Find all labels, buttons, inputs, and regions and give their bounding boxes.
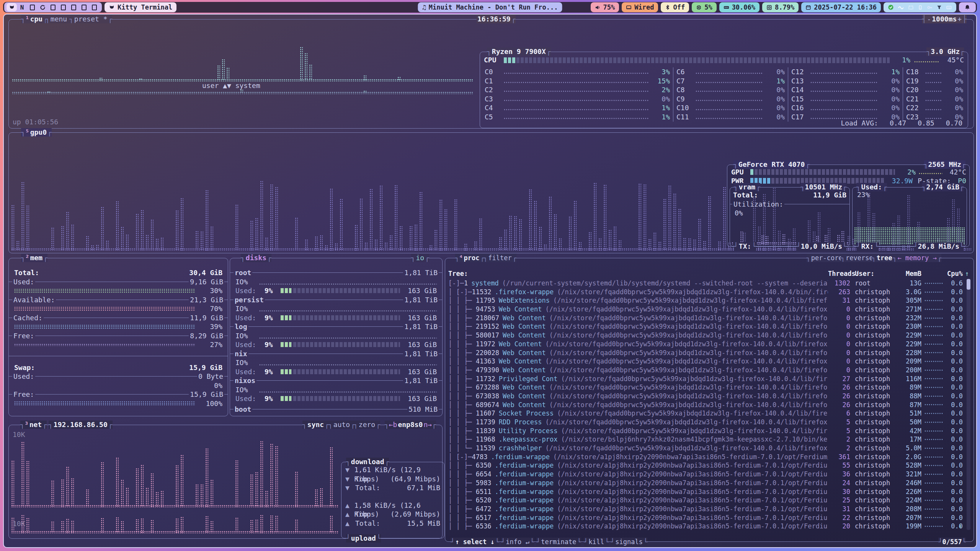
process-row[interactable]: │ │ ├─ 219152Web Content(/nix/store/fqad…: [448, 322, 963, 331]
col-tree[interactable]: Tree:: [448, 270, 828, 277]
net-zero-toggle[interactable]: ┐zero┌: [354, 421, 380, 429]
core-row: C140%: [791, 85, 900, 95]
workspace-icon: [82, 5, 87, 10]
proc-sort-selector[interactable]: ┐← memory →┌: [893, 254, 941, 262]
sort-direction-icon[interactable]: ↑: [965, 270, 969, 277]
disks-io-toggle[interactable]: ┐io┌: [411, 254, 429, 262]
process-row[interactable]: │ │ ├─ 6472.ferdium-wrappe(/nix/store/a1…: [448, 505, 963, 514]
net-auto-toggle[interactable]: ┐auto┌: [328, 421, 355, 429]
phone-icon[interactable]: [918, 5, 923, 10]
cat-icon: [109, 4, 115, 10]
proc-select-control[interactable]: ┘↑ select ↓└: [451, 538, 499, 546]
process-row[interactable]: │ │ ├─ 218067Web Content(/nix/store/fqad…: [448, 314, 963, 323]
col-cpu[interactable]: Cpu%: [944, 270, 963, 277]
workspace-6[interactable]: [58, 3, 69, 11]
memory-module[interactable]: 30.06%: [719, 2, 760, 12]
window-selection-icon[interactable]: [908, 5, 914, 10]
process-row[interactable]: │ [-]─11532.firefox-wrappe(/nix/store/fq…: [448, 288, 963, 297]
music-player[interactable]: ♫ Minuit Machine - Don't Run Fro...: [418, 2, 562, 12]
workspace-8[interactable]: [79, 3, 89, 11]
workspace-9[interactable]: [89, 3, 100, 11]
disk-icon: [766, 5, 772, 10]
process-row[interactable]: [-]─1systemd(/run/current-system/systemd…: [448, 279, 963, 288]
process-row[interactable]: │ │ ├─ 6654.ferdium-wrappe(/nix/store/a1…: [448, 470, 963, 479]
process-row[interactable]: │ │ ├─ 580017Web Content(/nix/store/fqad…: [448, 331, 963, 340]
clock-module[interactable]: 2025-07-22 16:36: [801, 2, 881, 12]
process-row[interactable]: │ [-]─4783.ferdium-wrappe(/nix/store/a1p…: [448, 453, 963, 461]
core-row: C60%: [676, 67, 785, 77]
disk-entry[interactable]: nix1,81 TiB IO% Used:9%163 GiB: [230, 349, 442, 377]
disk-entry[interactable]: log1,81 TiB IO% Used:9%163 GiB: [230, 322, 442, 349]
col-memb[interactable]: MemB: [893, 270, 921, 277]
process-row[interactable]: │ │ ├─ 673288Web Content(/nix/store/fqad…: [448, 383, 963, 392]
cpu-module[interactable]: 5%: [692, 2, 716, 12]
volume-module[interactable]: 75%: [591, 2, 619, 12]
gpu-power-value: 32.9W: [888, 176, 913, 185]
core-row: C41%: [485, 103, 670, 112]
key-icon[interactable]: [927, 5, 933, 10]
process-row[interactable]: │ │ ├─ 689674Web Content(/nix/store/fqad…: [448, 401, 963, 409]
wave-icon[interactable]: [898, 5, 904, 10]
proc-scrollbar[interactable]: [967, 279, 970, 530]
net-next-button[interactable]: n→: [423, 421, 432, 429]
disk-boot-row[interactable]: boot510 MiB: [230, 405, 442, 414]
process-row[interactable]: │ │ ├─ 6536.ferdium-wrappe(/nix/store/a1…: [448, 522, 963, 530]
workspace-switcher[interactable]: N: [4, 2, 102, 12]
process-row[interactable]: │ │ ├─ 220028Web Content(/nix/store/fqad…: [448, 349, 963, 357]
window-title[interactable]: Kitty Terminal: [105, 2, 176, 12]
interval-plus-button[interactable]: +: [957, 15, 962, 23]
notifications-module[interactable]: [959, 2, 976, 12]
proc-filter-button[interactable]: ┐filter┌: [483, 254, 516, 262]
vram-title: ┐vram┌: [734, 183, 760, 191]
process-row[interactable]: │ │ ├─ 6511.ferdium-wrappe(/nix/store/a1…: [448, 487, 963, 496]
net-sync-toggle[interactable]: ┐sync┌: [302, 421, 329, 429]
menu-button[interactable]: ┐menu┌: [46, 15, 72, 23]
workspace-neovim[interactable]: N: [17, 3, 27, 11]
disk-entry[interactable]: root1,81 TiB IO% Used:9%163 GiB: [230, 268, 442, 295]
process-row[interactable]: │ │ ├─ 479390Web Content(/nix/store/fqad…: [448, 366, 963, 375]
disk-entry[interactable]: persist1,81 TiB IO% Used:9%163 GiB: [230, 295, 442, 323]
core-row: C160%: [791, 103, 900, 112]
network-module[interactable]: Wired: [622, 2, 658, 12]
disk-module[interactable]: 8.79%: [762, 2, 799, 12]
process-row[interactable]: │ │ ├─ 11739RDD Process(/nix/store/fqadd…: [448, 418, 963, 427]
process-row[interactable]: │ │ └─ 11539crashhelper(/nix/store/fqadd…: [448, 444, 963, 453]
proc-info-button[interactable]: ┘info ↵└: [501, 538, 534, 546]
process-row[interactable]: │ │ ├─ 11839Utility Process(/nix/store/f…: [448, 427, 963, 435]
preset-button[interactable]: ┐preset *┌: [69, 15, 112, 23]
workspace-browser[interactable]: [38, 3, 48, 11]
workspace-kitty[interactable]: [7, 3, 17, 11]
process-row[interactable]: │ │ ├─ 6520.ferdium-wrappe(/nix/store/a1…: [448, 496, 963, 505]
net-prev-button[interactable]: ←b: [389, 421, 397, 429]
process-row[interactable]: │ │ ├─ 11795WebExtensions(/nix/store/fqa…: [448, 296, 963, 305]
process-row[interactable]: │ │ ├─ 6517.ferdium-wrappe(/nix/store/a1…: [448, 514, 963, 522]
process-row[interactable]: │ │ ├─ 11607Socket Process(/nix/store/fq…: [448, 409, 963, 418]
process-row[interactable]: │ │ ├─ 11972Web Content(/nix/store/fqadd…: [448, 340, 963, 349]
process-row[interactable]: │ │ ├─ 11732Privileged Cont(/nix/store/f…: [448, 375, 963, 383]
filter-funnel-icon[interactable]: [936, 5, 942, 10]
proc-kill-button[interactable]: ┘kill└: [584, 538, 609, 546]
process-row[interactable]: │ │ ├─ 41363Web Content(/nix/store/fqadd…: [448, 357, 963, 366]
bluetooth-module[interactable]: Off: [661, 2, 689, 12]
workspace-7[interactable]: [69, 3, 79, 11]
process-row[interactable]: │ │ ├─ 11968.keepassxc-prox(/nix/store/b…: [448, 435, 963, 444]
proc-scrollbar-thumb[interactable]: [967, 279, 970, 290]
gpu-tx-label: ┘TX:└: [734, 242, 756, 251]
process-row[interactable]: │ │ ├─ 6350.ferdium-wrappe(/nix/store/a1…: [448, 461, 963, 470]
download-total-row: ▼Total:67,1 MiB: [345, 483, 440, 492]
col-threads[interactable]: Threads:: [828, 270, 850, 277]
check-circle-icon[interactable]: [888, 4, 894, 10]
process-row[interactable]: │ │ ├─ 94753Web Content(/nix/store/fqadd…: [448, 305, 963, 314]
process-row[interactable]: │ │ ├─ 673038Web Content(/nix/store/fqad…: [448, 392, 963, 401]
window-title-text: Kitty Terminal: [118, 3, 172, 11]
proc-terminate-button[interactable]: ┘terminate└: [536, 538, 581, 546]
workspace-3[interactable]: [27, 3, 38, 11]
keyboard-icon[interactable]: [946, 5, 952, 10]
disk-entry[interactable]: nixos1,81 TiB IO% Used:9%163 GiB: [230, 376, 442, 403]
process-row[interactable]: │ │ ├─ 5983.ferdium-wrappe(/nix/store/a1…: [448, 479, 963, 487]
process-mem-graph: [924, 369, 944, 371]
col-user[interactable]: User:: [850, 270, 893, 277]
workspace-5[interactable]: [48, 3, 58, 11]
interval-minus-button[interactable]: -: [926, 15, 932, 23]
proc-signals-button[interactable]: ┘signals└: [611, 538, 647, 546]
